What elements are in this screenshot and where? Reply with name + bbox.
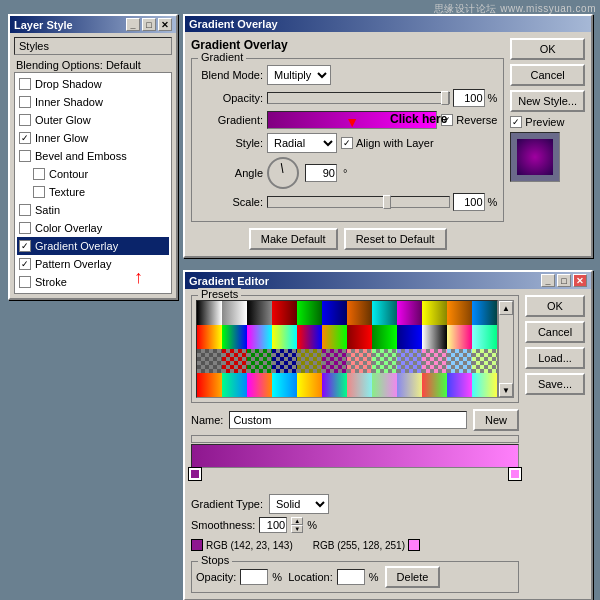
list-item-inner-shadow[interactable]: Inner Shadow	[17, 93, 169, 111]
outer-glow-checkbox[interactable]	[19, 114, 31, 126]
name-input[interactable]	[229, 411, 467, 429]
smoothness-down-btn[interactable]: ▼	[291, 525, 303, 533]
color-swatch-right[interactable]	[408, 539, 420, 551]
new-gradient-btn[interactable]: New	[473, 409, 519, 431]
contour-checkbox[interactable]	[33, 168, 45, 180]
stroke-checkbox[interactable]	[19, 276, 31, 288]
ge-load-btn[interactable]: Load...	[525, 347, 585, 369]
preset-cell-40[interactable]	[297, 373, 322, 397]
ok-button[interactable]: OK	[510, 38, 585, 60]
new-style-button[interactable]: New Style...	[510, 90, 585, 112]
preset-cell-25[interactable]	[222, 349, 247, 373]
preset-cell-31[interactable]	[372, 349, 397, 373]
smoothness-input[interactable]	[259, 517, 287, 533]
opacity-slider[interactable]	[267, 92, 450, 104]
preset-cell-2[interactable]	[247, 301, 272, 325]
preset-cell-29[interactable]	[322, 349, 347, 373]
preset-cell-21[interactable]	[422, 325, 447, 349]
color-overlay-checkbox[interactable]	[19, 222, 31, 234]
preset-cell-44[interactable]	[397, 373, 422, 397]
preset-cell-5[interactable]	[322, 301, 347, 325]
list-item-inner-glow[interactable]: Inner Glow	[17, 129, 169, 147]
preset-cell-8[interactable]	[397, 301, 422, 325]
inner-glow-checkbox[interactable]	[19, 132, 31, 144]
preset-cell-33[interactable]	[422, 349, 447, 373]
preset-cell-35[interactable]	[472, 349, 497, 373]
preset-cell-26[interactable]	[247, 349, 272, 373]
pattern-overlay-checkbox[interactable]	[19, 258, 31, 270]
stop-location-input[interactable]	[337, 569, 365, 585]
preset-cell-22[interactable]	[447, 325, 472, 349]
list-item-bevel-emboss[interactable]: Bevel and Emboss	[17, 147, 169, 165]
texture-checkbox[interactable]	[33, 186, 45, 198]
preset-cell-7[interactable]	[372, 301, 397, 325]
scale-input[interactable]	[453, 193, 485, 211]
preset-cell-18[interactable]	[347, 325, 372, 349]
preset-cell-12[interactable]	[197, 325, 222, 349]
bevel-emboss-checkbox[interactable]	[19, 150, 31, 162]
preset-cell-43[interactable]	[372, 373, 397, 397]
color-stop-right[interactable]	[509, 468, 521, 480]
preset-cell-47[interactable]	[472, 373, 497, 397]
scale-slider[interactable]	[267, 196, 450, 208]
list-item-texture[interactable]: Texture	[17, 183, 169, 201]
preset-cell-4[interactable]	[297, 301, 322, 325]
scroll-up-btn[interactable]: ▲	[499, 301, 513, 315]
cancel-button[interactable]: Cancel	[510, 64, 585, 86]
angle-input[interactable]	[305, 164, 337, 182]
preset-cell-27[interactable]	[272, 349, 297, 373]
gradient-overlay-checkbox[interactable]	[19, 240, 31, 252]
ge-maximize-btn[interactable]: □	[557, 274, 571, 287]
reset-to-default-button[interactable]: Reset to Default	[344, 228, 447, 250]
list-item-pattern-overlay[interactable]: Pattern Overlay	[17, 255, 169, 273]
color-swatch-left[interactable]	[191, 539, 203, 551]
scroll-down-btn[interactable]: ▼	[499, 383, 513, 397]
align-checkbox[interactable]	[341, 137, 353, 149]
list-item-contour[interactable]: Contour	[17, 165, 169, 183]
preset-cell-6[interactable]	[347, 301, 372, 325]
preset-cell-39[interactable]	[272, 373, 297, 397]
preset-cell-32[interactable]	[397, 349, 422, 373]
preset-cell-1[interactable]	[222, 301, 247, 325]
preset-cell-14[interactable]	[247, 325, 272, 349]
close-button[interactable]: ✕	[158, 18, 172, 31]
list-item-color-overlay[interactable]: Color Overlay	[17, 219, 169, 237]
gradient-preview-bar[interactable]	[191, 444, 519, 468]
maximize-button[interactable]: □	[142, 18, 156, 31]
preset-cell-34[interactable]	[447, 349, 472, 373]
minimize-button[interactable]: _	[126, 18, 140, 31]
color-stop-left[interactable]	[189, 468, 201, 480]
make-default-button[interactable]: Make Default	[249, 228, 338, 250]
preset-cell-46[interactable]	[447, 373, 472, 397]
preset-cell-13[interactable]	[222, 325, 247, 349]
blending-options[interactable]: Blending Options: Default	[14, 58, 172, 72]
preset-cell-20[interactable]	[397, 325, 422, 349]
preset-cell-28[interactable]	[297, 349, 322, 373]
stop-delete-btn[interactable]: Delete	[385, 566, 441, 588]
styles-header[interactable]: Styles	[14, 37, 172, 55]
style-select[interactable]: Radial	[267, 133, 337, 153]
preset-cell-0[interactable]	[197, 301, 222, 325]
ge-cancel-btn[interactable]: Cancel	[525, 321, 585, 343]
preset-cell-16[interactable]	[297, 325, 322, 349]
smoothness-up-btn[interactable]: ▲	[291, 517, 303, 525]
preset-cell-9[interactable]	[422, 301, 447, 325]
preset-cell-24[interactable]	[197, 349, 222, 373]
opacity-input[interactable]	[453, 89, 485, 107]
list-item-gradient-overlay[interactable]: Gradient Overlay	[17, 237, 169, 255]
preset-cell-11[interactable]	[472, 301, 497, 325]
list-item-satin[interactable]: Satin	[17, 201, 169, 219]
ge-save-btn[interactable]: Save...	[525, 373, 585, 395]
preset-cell-17[interactable]	[322, 325, 347, 349]
preset-cell-19[interactable]	[372, 325, 397, 349]
preset-cell-36[interactable]	[197, 373, 222, 397]
preset-cell-30[interactable]	[347, 349, 372, 373]
preset-cell-37[interactable]	[222, 373, 247, 397]
drop-shadow-checkbox[interactable]	[19, 78, 31, 90]
preset-cell-3[interactable]	[272, 301, 297, 325]
angle-dial[interactable]	[267, 157, 299, 189]
gradient-type-select[interactable]: Solid	[269, 494, 329, 514]
list-item-drop-shadow[interactable]: Drop Shadow	[17, 75, 169, 93]
preset-cell-45[interactable]	[422, 373, 447, 397]
preset-cell-42[interactable]	[347, 373, 372, 397]
